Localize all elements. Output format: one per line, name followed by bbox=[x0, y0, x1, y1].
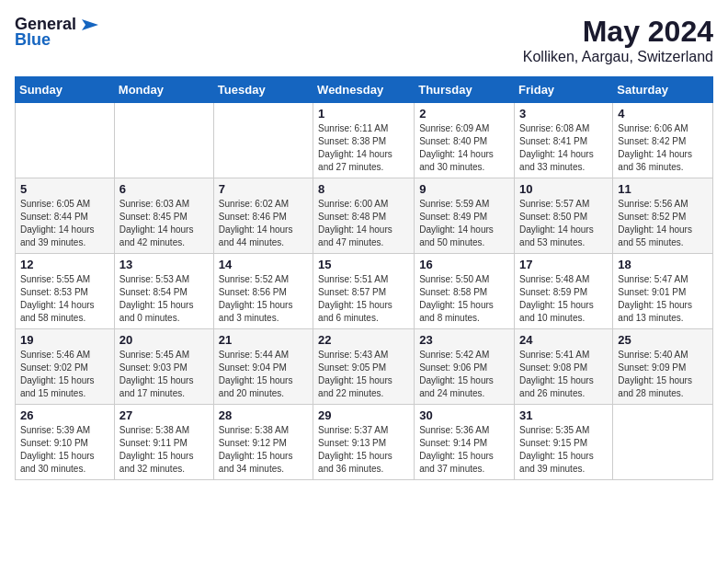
calendar-cell: 18Sunrise: 5:47 AM Sunset: 9:01 PM Dayli… bbox=[613, 254, 713, 329]
day-info: Sunrise: 5:57 AM Sunset: 8:50 PM Dayligh… bbox=[519, 198, 608, 249]
calendar-cell: 11Sunrise: 5:56 AM Sunset: 8:52 PM Dayli… bbox=[613, 178, 713, 254]
calendar-cell: 12Sunrise: 5:55 AM Sunset: 8:53 PM Dayli… bbox=[16, 254, 115, 329]
day-number: 27 bbox=[119, 408, 209, 422]
day-info: Sunrise: 5:47 AM Sunset: 9:01 PM Dayligh… bbox=[618, 273, 708, 325]
calendar-cell: 26Sunrise: 5:39 AM Sunset: 9:10 PM Dayli… bbox=[16, 405, 115, 480]
calendar-cell bbox=[213, 103, 313, 178]
day-number: 23 bbox=[419, 333, 509, 347]
day-info: Sunrise: 5:38 AM Sunset: 9:11 PM Dayligh… bbox=[119, 424, 209, 476]
header-row: SundayMondayTuesdayWednesdayThursdayFrid… bbox=[16, 77, 713, 103]
calendar-cell: 1Sunrise: 6:11 AM Sunset: 8:38 PM Daylig… bbox=[313, 103, 415, 178]
day-number: 6 bbox=[119, 182, 209, 196]
day-info: Sunrise: 6:11 AM Sunset: 8:38 PM Dayligh… bbox=[318, 122, 409, 174]
week-row-1: 1Sunrise: 6:11 AM Sunset: 8:38 PM Daylig… bbox=[16, 103, 713, 178]
day-info: Sunrise: 5:52 AM Sunset: 8:56 PM Dayligh… bbox=[219, 273, 308, 325]
day-number: 22 bbox=[318, 333, 409, 347]
day-number: 9 bbox=[419, 182, 509, 196]
week-row-4: 19Sunrise: 5:46 AM Sunset: 9:02 PM Dayli… bbox=[16, 329, 713, 405]
logo-blue-text: Blue bbox=[15, 30, 51, 50]
calendar-cell: 13Sunrise: 5:53 AM Sunset: 8:54 PM Dayli… bbox=[114, 254, 213, 329]
day-number: 26 bbox=[20, 408, 109, 422]
day-number: 15 bbox=[318, 258, 409, 271]
header-friday: Friday bbox=[515, 77, 613, 103]
day-number: 30 bbox=[419, 408, 509, 422]
day-number: 24 bbox=[519, 333, 608, 347]
calendar-cell: 22Sunrise: 5:43 AM Sunset: 9:05 PM Dayli… bbox=[313, 329, 415, 405]
day-number: 28 bbox=[219, 408, 308, 422]
day-number: 4 bbox=[618, 107, 708, 121]
calendar-cell: 19Sunrise: 5:46 AM Sunset: 9:02 PM Dayli… bbox=[16, 329, 115, 405]
day-number: 14 bbox=[219, 258, 308, 271]
header-sunday: Sunday bbox=[16, 77, 115, 103]
calendar-table: SundayMondayTuesdayWednesdayThursdayFrid… bbox=[15, 76, 713, 480]
day-info: Sunrise: 5:43 AM Sunset: 9:05 PM Dayligh… bbox=[318, 349, 409, 400]
day-number: 3 bbox=[519, 107, 608, 121]
day-info: Sunrise: 5:55 AM Sunset: 8:53 PM Dayligh… bbox=[20, 273, 109, 325]
day-info: Sunrise: 5:51 AM Sunset: 8:57 PM Dayligh… bbox=[318, 273, 409, 325]
day-number: 7 bbox=[219, 182, 308, 196]
day-number: 13 bbox=[119, 258, 209, 271]
day-info: Sunrise: 5:53 AM Sunset: 8:54 PM Dayligh… bbox=[119, 273, 209, 325]
calendar-cell: 16Sunrise: 5:50 AM Sunset: 8:58 PM Dayli… bbox=[415, 254, 515, 329]
calendar-cell bbox=[114, 103, 213, 178]
day-info: Sunrise: 5:42 AM Sunset: 9:06 PM Dayligh… bbox=[419, 349, 509, 400]
day-info: Sunrise: 6:00 AM Sunset: 8:48 PM Dayligh… bbox=[318, 198, 409, 249]
calendar-cell: 17Sunrise: 5:48 AM Sunset: 8:59 PM Dayli… bbox=[515, 254, 613, 329]
calendar-cell: 24Sunrise: 5:41 AM Sunset: 9:08 PM Dayli… bbox=[515, 329, 613, 405]
calendar-cell: 28Sunrise: 5:38 AM Sunset: 9:12 PM Dayli… bbox=[213, 405, 313, 480]
week-row-3: 12Sunrise: 5:55 AM Sunset: 8:53 PM Dayli… bbox=[16, 254, 713, 329]
week-row-5: 26Sunrise: 5:39 AM Sunset: 9:10 PM Dayli… bbox=[16, 405, 713, 480]
header-monday: Monday bbox=[114, 77, 213, 103]
day-number: 18 bbox=[618, 258, 708, 271]
day-number: 25 bbox=[618, 333, 708, 347]
calendar-cell: 10Sunrise: 5:57 AM Sunset: 8:50 PM Dayli… bbox=[515, 178, 613, 254]
logo: General Blue bbox=[15, 15, 98, 50]
header-tuesday: Tuesday bbox=[213, 77, 313, 103]
calendar-cell: 21Sunrise: 5:44 AM Sunset: 9:04 PM Dayli… bbox=[213, 329, 313, 405]
header-thursday: Thursday bbox=[415, 77, 515, 103]
day-info: Sunrise: 6:02 AM Sunset: 8:46 PM Dayligh… bbox=[219, 198, 308, 249]
day-info: Sunrise: 5:35 AM Sunset: 9:15 PM Dayligh… bbox=[519, 424, 608, 476]
day-info: Sunrise: 5:46 AM Sunset: 9:02 PM Dayligh… bbox=[20, 349, 109, 400]
calendar-cell: 29Sunrise: 5:37 AM Sunset: 9:13 PM Dayli… bbox=[313, 405, 415, 480]
location-title: Kolliken, Aargau, Switzerland bbox=[523, 49, 713, 65]
day-info: Sunrise: 5:39 AM Sunset: 9:10 PM Dayligh… bbox=[20, 424, 109, 476]
day-info: Sunrise: 6:05 AM Sunset: 8:44 PM Dayligh… bbox=[20, 198, 109, 249]
header-wednesday: Wednesday bbox=[313, 77, 415, 103]
day-number: 16 bbox=[419, 258, 509, 271]
day-info: Sunrise: 5:45 AM Sunset: 9:03 PM Dayligh… bbox=[119, 349, 209, 400]
calendar-cell: 20Sunrise: 5:45 AM Sunset: 9:03 PM Dayli… bbox=[114, 329, 213, 405]
day-info: Sunrise: 5:38 AM Sunset: 9:12 PM Dayligh… bbox=[219, 424, 308, 476]
day-number: 8 bbox=[318, 182, 409, 196]
day-number: 2 bbox=[419, 107, 509, 121]
calendar-cell: 23Sunrise: 5:42 AM Sunset: 9:06 PM Dayli… bbox=[415, 329, 515, 405]
svg-marker-0 bbox=[82, 19, 98, 30]
day-number: 31 bbox=[519, 408, 608, 422]
header-saturday: Saturday bbox=[613, 77, 713, 103]
calendar-cell: 4Sunrise: 6:06 AM Sunset: 8:42 PM Daylig… bbox=[613, 103, 713, 178]
calendar-cell: 8Sunrise: 6:00 AM Sunset: 8:48 PM Daylig… bbox=[313, 178, 415, 254]
calendar-cell bbox=[16, 103, 115, 178]
calendar-cell: 6Sunrise: 6:03 AM Sunset: 8:45 PM Daylig… bbox=[114, 178, 213, 254]
calendar-cell: 31Sunrise: 5:35 AM Sunset: 9:15 PM Dayli… bbox=[515, 405, 613, 480]
day-info: Sunrise: 5:37 AM Sunset: 9:13 PM Dayligh… bbox=[318, 424, 409, 476]
day-info: Sunrise: 6:06 AM Sunset: 8:42 PM Dayligh… bbox=[618, 122, 708, 174]
day-number: 1 bbox=[318, 107, 409, 121]
title-block: May 2024 Kolliken, Aargau, Switzerland bbox=[523, 15, 713, 65]
week-row-2: 5Sunrise: 6:05 AM Sunset: 8:44 PM Daylig… bbox=[16, 178, 713, 254]
calendar-cell: 5Sunrise: 6:05 AM Sunset: 8:44 PM Daylig… bbox=[16, 178, 115, 254]
day-info: Sunrise: 6:03 AM Sunset: 8:45 PM Dayligh… bbox=[119, 198, 209, 249]
day-number: 19 bbox=[20, 333, 109, 347]
day-info: Sunrise: 5:50 AM Sunset: 8:58 PM Dayligh… bbox=[419, 273, 509, 325]
day-number: 20 bbox=[119, 333, 209, 347]
day-number: 12 bbox=[20, 258, 109, 271]
day-number: 5 bbox=[20, 182, 109, 196]
day-number: 11 bbox=[618, 182, 708, 196]
day-info: Sunrise: 5:36 AM Sunset: 9:14 PM Dayligh… bbox=[419, 424, 509, 476]
day-info: Sunrise: 6:09 AM Sunset: 8:40 PM Dayligh… bbox=[419, 122, 509, 174]
calendar-cell: 14Sunrise: 5:52 AM Sunset: 8:56 PM Dayli… bbox=[213, 254, 313, 329]
calendar-cell: 15Sunrise: 5:51 AM Sunset: 8:57 PM Dayli… bbox=[313, 254, 415, 329]
day-info: Sunrise: 5:44 AM Sunset: 9:04 PM Dayligh… bbox=[219, 349, 308, 400]
day-info: Sunrise: 5:56 AM Sunset: 8:52 PM Dayligh… bbox=[618, 198, 708, 249]
month-title: May 2024 bbox=[523, 15, 713, 49]
